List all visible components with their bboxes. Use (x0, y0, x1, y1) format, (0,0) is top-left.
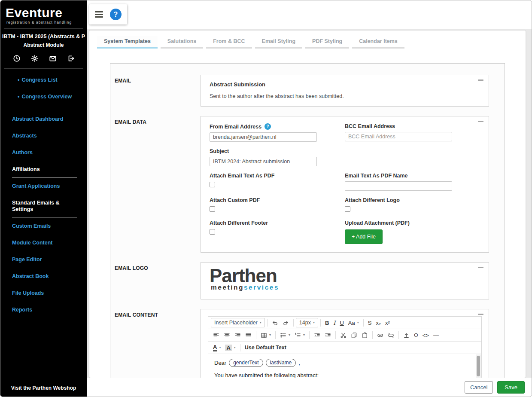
toolbar-row-2: ▾▾▾Ω<>— (208, 329, 481, 342)
email-envelope-icon[interactable] (49, 55, 57, 62)
superscript-icon[interactable]: x² (383, 319, 392, 327)
tab-from-bcc[interactable]: From & BCC (206, 36, 252, 49)
sidebar-item-authors[interactable]: Authors (12, 150, 77, 156)
email-section-label: EMAIL (115, 75, 201, 107)
bullet-list-icon[interactable]: ▾ (278, 331, 292, 339)
outdent-icon[interactable] (312, 331, 322, 339)
pdf-name-input[interactable] (345, 181, 452, 191)
sidebar: Eventure registration & abstract handlin… (0, 0, 87, 397)
align-center-icon[interactable] (222, 331, 232, 339)
menu-icon[interactable] (95, 10, 103, 18)
sidebar-item-page-editor[interactable]: Page Editor (12, 257, 77, 263)
greeting-comma: , (298, 360, 300, 366)
tab-calendar-items[interactable]: Calendar Items (352, 36, 404, 49)
webshop-link[interactable]: Visit the Parthen Webshop (0, 380, 87, 397)
cancel-button[interactable]: Cancel (465, 381, 493, 394)
toolbar-separator (293, 319, 294, 327)
insert-placeholder-dropdown[interactable]: Insert Placeholder▾ (211, 318, 265, 328)
placeholder-token-gendertext[interactable]: genderText (229, 359, 263, 367)
upload-attachment-label: Upload Attachment (PDF) (345, 220, 410, 226)
sidebar-item-standard-emails-settings[interactable]: Standard Emails & Settings (12, 200, 77, 217)
background-color-icon[interactable]: A▾ (223, 344, 237, 352)
sidebar-item-reports[interactable]: Reports (12, 307, 77, 313)
sidebar-item-label: File Uploads (12, 290, 44, 296)
font-size-dropdown[interactable]: 14px▾ (296, 318, 318, 328)
pdf-name-field: Email Text As PDF Name (345, 173, 480, 191)
upload-icon[interactable] (401, 331, 412, 339)
sidebar-item-affiliations[interactable]: Affiliations (12, 166, 77, 177)
numbered-list-icon[interactable]: ▾ (292, 331, 307, 339)
code-view-icon[interactable]: <> (420, 332, 431, 339)
indent-icon[interactable] (322, 331, 333, 339)
from-email-input[interactable] (210, 132, 317, 142)
sidebar-item-congress-overview[interactable]: •Congress Overview (18, 94, 77, 100)
logout-icon[interactable] (67, 55, 75, 62)
align-left-icon[interactable] (211, 331, 222, 339)
italic-icon[interactable]: I (331, 319, 337, 327)
special-character-icon[interactable]: Ω (412, 332, 420, 339)
subscript-icon[interactable]: x₂ (374, 319, 383, 327)
bcc-email-input[interactable] (345, 132, 452, 141)
bold-icon[interactable]: B (323, 319, 331, 327)
pdf-name-label: Email Text As PDF Name (345, 173, 408, 179)
tab-email-styling[interactable]: Email Styling (255, 36, 303, 49)
scrollbar-thumb[interactable] (477, 356, 480, 376)
toolbar-separator (267, 319, 268, 327)
attach-email-text-checkbox[interactable] (210, 182, 215, 187)
toolbar-separator (275, 331, 276, 339)
save-button[interactable]: Save (497, 381, 525, 394)
topbar: ? (87, 0, 532, 29)
field-help-icon[interactable]: ? (264, 123, 271, 130)
tab-pdf-styling[interactable]: PDF Styling (305, 36, 349, 49)
sidebar-item-custom-emails[interactable]: Custom Emails (12, 223, 77, 229)
content-area: System TemplatesSalutationsFrom & BCCEma… (87, 29, 532, 378)
editor-content[interactable]: Dear genderText lastName , You have subm… (208, 354, 481, 378)
greeting-text: Dear (214, 360, 226, 366)
font-style-dropdown[interactable]: Aa▾ (346, 319, 361, 327)
settings-gear-icon[interactable] (31, 55, 39, 62)
redo-icon[interactable] (280, 319, 291, 327)
subject-label: Subject (210, 148, 229, 154)
caret-down-icon: ▾ (289, 333, 290, 337)
history-clock-icon[interactable] (13, 55, 21, 62)
attach-different-footer-checkbox[interactable] (210, 229, 215, 235)
underline-icon[interactable]: U (337, 319, 346, 327)
subject-input[interactable] (210, 157, 317, 166)
collapse-icon[interactable] (478, 267, 483, 268)
placeholder-token-lastname[interactable]: lastName (266, 359, 296, 367)
caret-down-icon: ▾ (234, 346, 236, 349)
topbar-tools: ? (89, 4, 127, 24)
collapse-icon[interactable] (478, 79, 483, 81)
paste-icon[interactable] (359, 331, 370, 339)
editor-body-line: You have submitted the following abstrac… (214, 372, 470, 378)
unlink-icon[interactable] (386, 331, 396, 339)
template-description: Sent to the author after the abstract ha… (210, 93, 480, 99)
strikethrough-icon[interactable]: S (366, 319, 374, 327)
tab-system-templates[interactable]: System Templates (97, 36, 158, 49)
cut-icon[interactable] (338, 331, 349, 339)
sidebar-item-congress-list[interactable]: •Congress List (18, 77, 77, 83)
align-right-icon[interactable] (232, 331, 243, 339)
text-color-icon[interactable]: A▾ (211, 343, 223, 352)
add-file-button[interactable]: + Add File (345, 229, 383, 244)
sidebar-item-file-uploads[interactable]: File Uploads (12, 290, 77, 296)
sidebar-item-abstract-dashboard[interactable]: Abstract Dashboard (12, 116, 77, 122)
undo-icon[interactable] (270, 319, 280, 327)
copy-icon[interactable] (349, 331, 359, 339)
horizontal-line-icon[interactable]: — (431, 332, 441, 339)
align-justify-icon[interactable] (243, 331, 254, 339)
link-icon[interactable] (375, 331, 386, 339)
attach-custom-pdf-checkbox[interactable] (210, 206, 215, 212)
collapse-icon[interactable] (478, 314, 483, 315)
editor-scrollbar[interactable] (476, 354, 481, 378)
sidebar-item-abstract-book[interactable]: Abstract Book (12, 273, 77, 280)
tab-salutations[interactable]: Salutations (161, 36, 203, 49)
help-icon[interactable]: ? (110, 9, 122, 20)
sidebar-item-abstracts[interactable]: Abstracts (12, 133, 77, 139)
table-icon[interactable]: ▾ (258, 331, 273, 339)
sidebar-item-module-content[interactable]: Module Content (12, 240, 77, 246)
attach-different-logo-checkbox[interactable] (345, 206, 350, 212)
use-default-text-button[interactable]: Use Default Text (243, 344, 289, 351)
collapse-icon[interactable] (478, 121, 483, 122)
sidebar-item-grant-applications[interactable]: Grant Applications (12, 183, 77, 189)
